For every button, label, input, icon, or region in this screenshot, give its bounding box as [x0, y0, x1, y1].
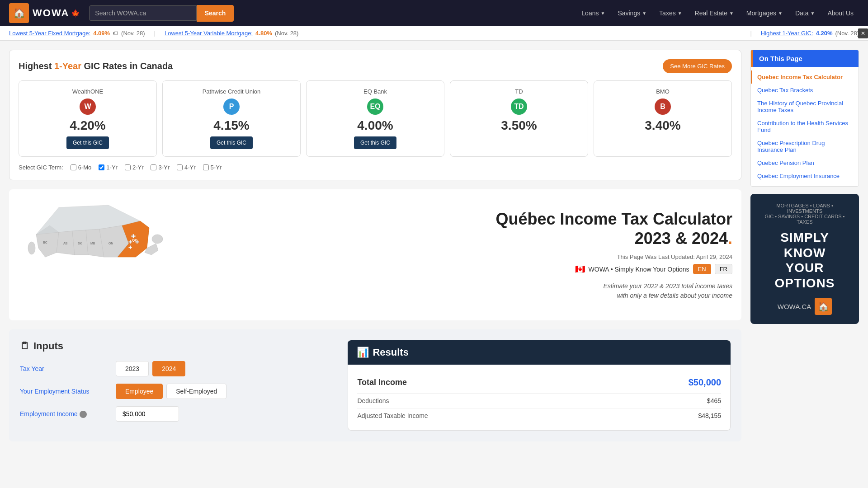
ticker-tag-icon: 🏷 — [113, 30, 118, 37]
deductions-value: $465 — [707, 397, 721, 404]
toc-item-calculator[interactable]: Quebec Income Tax Calculator — [751, 70, 859, 84]
calc-inputs: 🗒 Inputs Tax Year 2023 2024 Your Employm… — [20, 340, 339, 431]
ticker-bar: Lowest 5-Year Fixed Mortgage: 4.09% 🏷 (N… — [0, 26, 868, 41]
logo[interactable]: 🏠 WOWA 🍁 — [9, 3, 80, 23]
ticker-fixed-label[interactable]: Lowest 5-Year Fixed Mortgage: — [9, 30, 90, 37]
toc-item-pension[interactable]: Quebec Pension Plan — [751, 156, 859, 169]
hero-content: Québec Income Tax Calculator 2023 & 2024… — [172, 209, 732, 300]
gic-card-eq: EQ Bank EQ 4.00% Get this GIC — [306, 80, 444, 157]
employment-income-input[interactable] — [116, 406, 179, 422]
gic-card-pathwise: Pathwise Credit Union P 4.15% Get this G… — [162, 80, 301, 157]
ticker-variable-rate: 4.80% — [255, 30, 272, 37]
nav-mortgages[interactable]: Mortgages ▼ — [741, 6, 788, 20]
svg-text:MB: MB — [90, 242, 95, 245]
main-container: Highest 1-Year GIC Rates in Canada See M… — [0, 41, 868, 450]
search-bar: Search — [89, 5, 234, 22]
svg-text:SK: SK — [78, 242, 82, 245]
toc-item-health-fund[interactable]: Contribution to the Health Services Fund — [751, 117, 859, 136]
gic-btn-2[interactable]: Get this GIC — [210, 136, 253, 149]
term-2yr[interactable]: 2-Yr — [125, 164, 144, 171]
deductions-label: Deductions — [357, 397, 389, 404]
gic-logo-4: TD — [511, 99, 527, 115]
ticker-variable-date: (Nov. 28) — [275, 30, 299, 37]
employee-button[interactable]: Employee — [116, 384, 163, 399]
canada-map: ✚ ✚ ✚ ✚ BC AB — [18, 198, 163, 311]
toc-item-history[interactable]: The History of Quebec Provincial Income … — [751, 97, 859, 117]
svg-text:✚: ✚ — [128, 245, 132, 250]
term-1yr[interactable]: 1-Yr — [99, 164, 118, 171]
gic-bank-name-1: WealthONE — [72, 88, 103, 95]
tax-year-controls: 2023 2024 — [116, 361, 185, 376]
ticker-sep-1: | — [154, 30, 156, 37]
term-3yr[interactable]: 3-Yr — [151, 164, 170, 171]
adjusted-taxable-value: $48,155 — [698, 412, 721, 419]
tax-year-label: Tax Year — [20, 365, 110, 372]
toc-item-brackets[interactable]: Quebec Tax Brackets — [751, 84, 859, 97]
employment-income-row: Employment Income i — [20, 406, 339, 422]
gic-rate-1: 4.20% — [70, 118, 105, 133]
lang-fr-button[interactable]: FR — [715, 264, 732, 274]
see-more-gic-button[interactable]: See More GIC Rates — [663, 59, 732, 73]
hero-updated: This Page Was Last Updated: April 29, 20… — [172, 253, 732, 260]
self-employed-button[interactable]: Self-Employed — [166, 384, 226, 399]
svg-point-12 — [152, 235, 163, 244]
gic-bank-name-5: BMO — [656, 88, 670, 95]
sidebar: On This Page Quebec Income Tax Calculato… — [750, 50, 859, 324]
employment-status-row: Your Employment Status Employee Self-Emp… — [20, 384, 339, 399]
nav-about-us[interactable]: About Us — [822, 6, 859, 20]
gic-title-highlight: 1-Year — [54, 61, 81, 71]
gic-card-td: TD TD 3.50% — [450, 80, 588, 157]
deductions-row: Deductions $465 — [357, 394, 721, 408]
hero-brand: 🇨🇦 WOWA • Simply Know Your Options EN FR — [172, 264, 732, 274]
nav-savings[interactable]: Savings ▼ — [612, 6, 652, 20]
ticker-gic-date: (Nov. 28) — [835, 30, 859, 37]
results-body: Total Income $50,000 Deductions $465 Adj… — [348, 365, 731, 431]
nav-loans[interactable]: Loans ▼ — [576, 6, 610, 20]
sidebar-ad: MORTGAGES • LOANS • INVESTMENTSGIC • SAV… — [750, 194, 859, 324]
nav-data[interactable]: Data ▼ — [790, 6, 820, 20]
ticker-variable-mortgage: Lowest 5-Year Variable Mortgage: 4.80% (… — [165, 30, 299, 37]
ticker-fixed-date: (Nov. 28) — [121, 30, 145, 37]
gic-rate-2: 4.15% — [213, 118, 249, 133]
nav-taxes[interactable]: Taxes ▼ — [654, 6, 687, 20]
ticker-variable-label[interactable]: Lowest 5-Year Variable Mortgage: — [165, 30, 253, 37]
gic-logo-1: W — [80, 99, 96, 115]
term-6mo[interactable]: 6-Mo — [71, 164, 92, 171]
gic-btn-3[interactable]: Get this GIC — [354, 136, 396, 149]
gic-btn-1[interactable]: Get this GIC — [66, 136, 109, 149]
sidebar-ad-title: SIMPLYKNOWYOUROPTIONS — [760, 230, 850, 291]
search-input[interactable] — [89, 5, 196, 21]
year-2023-button[interactable]: 2023 — [116, 361, 149, 376]
toc-item-drug-insurance[interactable]: Quebec Prescription Drug Insurance Plan — [751, 136, 859, 156]
gic-cards: WealthONE W 4.20% Get this GIC Pathwise … — [19, 80, 732, 157]
logo-icon: 🏠 — [9, 3, 29, 23]
gic-logo-3: EQ — [367, 99, 383, 115]
sidebar-ad-meta: MORTGAGES • LOANS • INVESTMENTSGIC • SAV… — [760, 203, 850, 225]
svg-text:AB: AB — [63, 242, 68, 245]
hero-title: Québec Income Tax Calculator 2023 & 2024… — [172, 209, 732, 248]
term-5yr[interactable]: 5-Yr — [203, 164, 222, 171]
content-area: Highest 1-Year GIC Rates in Canada See M… — [9, 50, 741, 441]
hero-section: ✚ ✚ ✚ ✚ BC AB — [9, 189, 741, 320]
ticker-gic: Highest 1-Year GIC: 4.20% (Nov. 28) — [761, 30, 859, 37]
search-button[interactable]: Search — [197, 5, 234, 22]
term-4yr[interactable]: 4-Yr — [177, 164, 196, 171]
results-header: 📊 Results — [348, 340, 731, 365]
gic-rate-5: 3.40% — [645, 118, 680, 133]
total-income-value: $50,000 — [689, 377, 721, 388]
lang-en-button[interactable]: EN — [693, 264, 711, 274]
sidebar-ad-domain: WOWA.CA — [778, 303, 811, 310]
gic-card-bmo: BMO B 3.40% — [594, 80, 732, 157]
year-2024-button[interactable]: 2024 — [152, 361, 185, 376]
gic-logo-5: B — [655, 99, 671, 115]
inputs-icon: 🗒 — [20, 340, 30, 352]
ticker-close-button[interactable]: ✕ — [858, 28, 868, 38]
toc-item-employment-insurance[interactable]: Quebec Employment Insurance — [751, 169, 859, 183]
gic-card-wealthone: WealthONE W 4.20% Get this GIC — [19, 80, 157, 157]
gic-bank-name-2: Pathwise Credit Union — [203, 88, 261, 95]
ticker-gic-label[interactable]: Highest 1-Year GIC: — [761, 30, 813, 37]
tax-year-row: Tax Year 2023 2024 — [20, 361, 339, 376]
nav-real-estate[interactable]: Real Estate ▼ — [689, 6, 739, 20]
ticker-fixed-rate: 4.09% — [93, 30, 110, 37]
employment-income-info[interactable]: i — [80, 411, 87, 418]
